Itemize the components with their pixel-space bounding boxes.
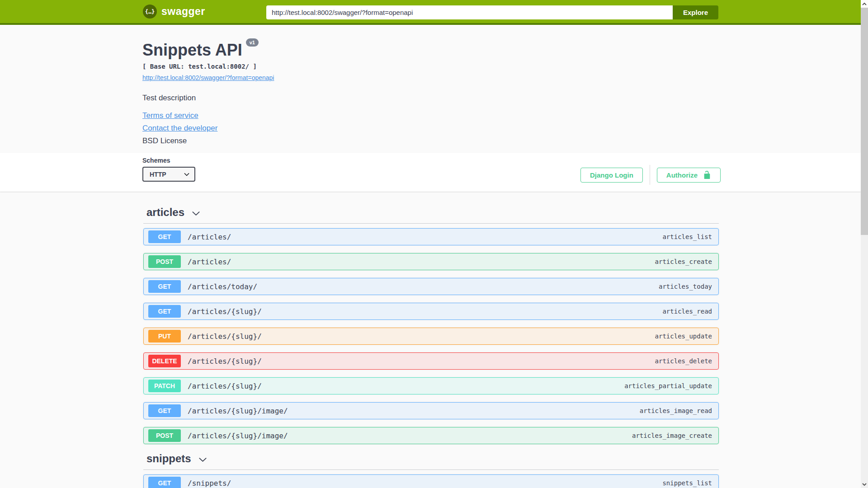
method-badge: GET [148, 305, 181, 318]
tag-section-articles: articlesGET/articles/articles_listPOST/a… [143, 206, 719, 444]
operation-path: /snippets/ [188, 479, 231, 488]
method-badge: GET [148, 280, 181, 293]
operation-id: articles_image_create [632, 432, 712, 439]
spec-link[interactable]: http://test.local:8002/swagger/?format=o… [142, 74, 274, 81]
chevron-down-icon[interactable] [198, 455, 207, 464]
operation-path: /articles/today/ [188, 282, 257, 291]
brand-name: swagger [161, 5, 205, 18]
operation-path: /articles/{slug}/ [188, 357, 262, 366]
operation-row[interactable]: POST/articles/{slug}/image/articles_imag… [143, 427, 719, 444]
authorize-button[interactable]: Authorize [657, 168, 721, 183]
version-badge: v1 [246, 38, 259, 47]
method-badge: DELETE [148, 355, 181, 367]
django-login-button[interactable]: Django Login [580, 168, 643, 183]
scrollbar[interactable] [861, 0, 868, 488]
operation-id: articles_image_read [640, 407, 712, 414]
operation-path: /articles/ [188, 233, 231, 241]
operation-id: snippets_list [662, 479, 712, 487]
api-description: Test description [142, 94, 719, 103]
tag-header-articles[interactable]: articles [146, 206, 200, 219]
operation-path: /articles/{slug}/ [188, 307, 262, 316]
scrollbar-thumb[interactable] [861, 8, 868, 235]
schemes-select[interactable]: HTTP [142, 167, 195, 182]
operation-path: /articles/ [188, 258, 231, 266]
schemes-group: Schemes HTTP [142, 157, 195, 182]
operation-row[interactable]: GET/snippets/snippets_list [143, 474, 719, 488]
chevron-down-icon [862, 483, 867, 486]
operation-row[interactable]: PUT/articles/{slug}/articles_update [143, 328, 719, 345]
tag-section-snippets: snippetsGET/snippets/snippets_list [143, 452, 719, 488]
operation-row[interactable]: GET/articles/{slug}/articles_read [143, 303, 719, 320]
operation-row[interactable]: GET/articles/articles_list [143, 228, 719, 245]
spec-url-input[interactable] [266, 5, 673, 19]
method-badge: GET [148, 477, 181, 488]
terms-of-service-link[interactable]: Terms of service [142, 111, 198, 120]
operations: articlesGET/articles/articles_listPOST/a… [143, 206, 719, 488]
operation-row[interactable]: DELETE/articles/{slug}/articles_delete [143, 352, 719, 370]
contact-developer-link[interactable]: Contact the developer [142, 124, 217, 133]
operation-row[interactable]: GET/articles/today/articles_today [143, 278, 719, 295]
tag-title: articles [146, 206, 184, 219]
authorize-label: Authorize [666, 171, 698, 179]
operation-path: /articles/{slug}/image/ [188, 432, 288, 440]
operation-id: articles_today [659, 283, 712, 290]
api-title-text: Snippets API [142, 41, 242, 59]
scrollbar-down-arrow[interactable] [861, 480, 868, 488]
info-section: Snippets APIv1 [ Base URL: test.local:80… [142, 25, 719, 145]
method-badge: GET [148, 404, 181, 417]
operation-path: /articles/{slug}/image/ [188, 407, 288, 415]
method-badge: POST [148, 255, 181, 268]
tag-title: snippets [146, 452, 191, 465]
scrollbar-up-arrow[interactable] [861, 0, 868, 8]
divider [143, 469, 719, 470]
base-url: [ Base URL: test.local:8002/ ] [142, 63, 719, 70]
schemes-selected-value: HTTP [150, 171, 166, 178]
topbar: {…} swagger Explore [0, 0, 861, 25]
method-badge: PATCH [148, 380, 181, 392]
chevron-up-icon [862, 2, 867, 6]
operation-id: articles_list [662, 233, 712, 240]
operation-id: articles_read [662, 308, 712, 315]
divider [650, 165, 650, 185]
method-badge: PUT [148, 330, 181, 343]
operation-row[interactable]: GET/articles/{slug}/image/articles_image… [143, 402, 719, 419]
method-badge: POST [148, 429, 181, 442]
explore-button[interactable]: Explore [673, 5, 718, 19]
page-title: Snippets APIv1 [142, 41, 719, 59]
operation-row[interactable]: PATCH/articles/{slug}/articles_partial_u… [143, 377, 719, 394]
license-text: BSD License [142, 136, 719, 145]
swagger-brand[interactable]: {…} swagger [143, 5, 205, 19]
operation-id: articles_create [655, 258, 712, 265]
operation-row[interactable]: POST/articles/articles_create [143, 253, 719, 270]
operation-path: /articles/{slug}/ [188, 382, 262, 390]
operation-id: articles_update [655, 333, 712, 340]
operation-id: articles_delete [655, 357, 712, 365]
method-badge: GET [148, 230, 181, 243]
auth-wrapper: Django Login Authorize [580, 165, 721, 185]
operation-path: /articles/{slug}/ [188, 332, 262, 341]
swagger-logo-icon: {…} [143, 5, 157, 19]
tag-header-snippets[interactable]: snippets [146, 452, 207, 465]
schemes-label: Schemes [142, 157, 195, 164]
django-login-label: Django Login [590, 171, 633, 179]
unlock-icon [703, 170, 711, 179]
chevron-down-icon[interactable] [192, 209, 200, 218]
divider [143, 223, 719, 224]
scheme-container: Schemes HTTP Django Login Authorize [0, 153, 861, 192]
chevron-down-icon [184, 171, 190, 178]
operation-id: articles_partial_update [624, 382, 712, 389]
